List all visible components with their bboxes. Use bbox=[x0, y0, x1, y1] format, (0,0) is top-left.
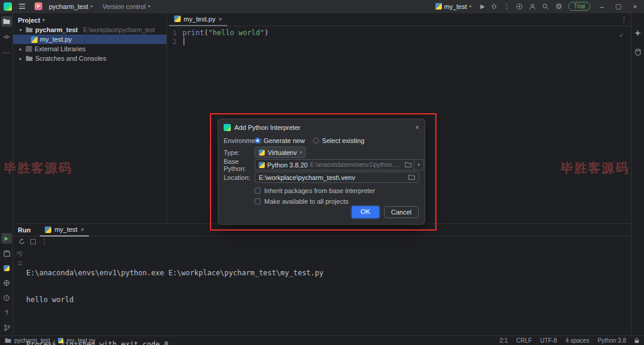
version-control-tool-icon[interactable] bbox=[1, 322, 12, 333]
radio-generate-new[interactable]: Generate new bbox=[255, 137, 313, 144]
code-token-string: "hello world" bbox=[208, 29, 264, 37]
problems-tool-icon[interactable] bbox=[1, 293, 12, 303]
browse-folder-icon[interactable] bbox=[408, 175, 415, 180]
checkbox-unchecked-icon bbox=[255, 188, 261, 194]
console-output[interactable]: E:\anaconda\envs\env1\python.exe E:\work… bbox=[26, 247, 324, 345]
run-tab-my-test[interactable]: my_test × bbox=[40, 224, 89, 237]
chevron-collapsed-icon[interactable]: ▸ bbox=[18, 56, 23, 61]
make-available-checkbox[interactable]: Make available to all projects bbox=[255, 198, 348, 205]
chevron-collapsed-icon[interactable]: ▸ bbox=[18, 46, 23, 52]
inherit-packages-label: Inherit packages from base interpreter bbox=[264, 187, 375, 194]
python-console-icon[interactable] bbox=[1, 263, 12, 273]
line-separator[interactable]: CRLF bbox=[516, 337, 532, 344]
project-widget-label: pycharm_test bbox=[49, 3, 88, 10]
type-label: Type: bbox=[224, 149, 255, 156]
breadcrumb-file[interactable]: my_test.py bbox=[66, 337, 95, 344]
run-tool-icon[interactable]: ▶ bbox=[1, 233, 12, 244]
python-packages-icon[interactable] bbox=[1, 248, 12, 259]
tab-close-icon[interactable]: × bbox=[80, 226, 84, 233]
base-python-version: Python 3.8.20 bbox=[267, 161, 308, 169]
dialog-close-icon[interactable]: × bbox=[415, 123, 419, 132]
location-input[interactable]: E:\workplace\pycharm_test\.venv bbox=[255, 172, 419, 183]
project-widget-button[interactable]: pycharm_test ▾ bbox=[46, 2, 96, 11]
cursor-position[interactable]: 2:1 bbox=[500, 337, 508, 344]
radio-select-existing[interactable]: Select existing bbox=[313, 137, 373, 144]
main-menu-icon[interactable] bbox=[19, 4, 25, 9]
debug-button[interactable] bbox=[491, 3, 497, 10]
tree-item-label: Scratches and Consoles bbox=[35, 55, 106, 62]
close-button[interactable]: × bbox=[630, 1, 640, 12]
minimize-button[interactable]: – bbox=[596, 1, 607, 12]
run-button[interactable]: ▶ bbox=[481, 3, 485, 10]
line-number: 2 bbox=[167, 38, 182, 46]
code-token-paren: ) bbox=[264, 29, 268, 37]
version-control-button[interactable]: Version control ▾ bbox=[100, 2, 153, 11]
database-tool-icon[interactable] bbox=[633, 46, 643, 57]
inherit-packages-checkbox[interactable]: Inherit packages from base interpreter bbox=[255, 187, 375, 194]
settings-gear-icon[interactable]: ⚙ bbox=[555, 2, 562, 11]
right-tool-strip bbox=[631, 13, 644, 335]
tree-item-scratches[interactable]: ▸ Scratches and Consoles bbox=[13, 54, 166, 63]
tree-item-file-selected[interactable]: my_test.py bbox=[13, 35, 166, 44]
location-value: E:\workplace\pycharm_test\.venv bbox=[259, 174, 355, 181]
more-tool-windows-icon[interactable]: ⋯ bbox=[1, 47, 12, 58]
tree-item-external-libraries[interactable]: ▸ External Libraries bbox=[13, 44, 166, 54]
type-row: Type: Virtualenv ▾ bbox=[218, 147, 425, 158]
trial-badge[interactable]: Trial bbox=[568, 2, 590, 11]
rerun-icon[interactable] bbox=[18, 238, 25, 245]
console-line: E:\anaconda\envs\env1\python.exe E:\work… bbox=[26, 269, 324, 278]
cancel-button[interactable]: Cancel bbox=[384, 206, 419, 218]
type-value: Virtualenv bbox=[268, 149, 297, 156]
interpreter-widget[interactable]: Python 3.8 bbox=[597, 337, 626, 344]
run-panel-title: Run bbox=[18, 226, 30, 234]
scroll-to-end-icon[interactable] bbox=[17, 260, 22, 265]
code-line: 1 print("hello world") bbox=[167, 29, 631, 38]
environment-label: Environment: bbox=[224, 137, 255, 144]
pycharm-logo-icon bbox=[4, 2, 12, 11]
breadcrumb-separator: › bbox=[53, 337, 55, 344]
type-dropdown[interactable]: Virtualenv ▾ bbox=[255, 147, 306, 158]
ok-button[interactable]: OK bbox=[352, 206, 379, 218]
combo-arrow-segment[interactable]: ▾ bbox=[414, 159, 420, 170]
tab-close-icon[interactable]: × bbox=[218, 15, 222, 23]
browse-folder-icon[interactable] bbox=[405, 162, 411, 167]
chevron-down-icon: ▾ bbox=[148, 4, 150, 9]
file-encoding[interactable]: UTF-8 bbox=[540, 337, 557, 344]
checkbox-unchecked-icon bbox=[255, 198, 261, 204]
help-icon[interactable]: ? bbox=[1, 307, 12, 318]
screencast-icon[interactable] bbox=[516, 3, 523, 10]
project-tool-icon[interactable] bbox=[1, 16, 12, 27]
commit-tool-icon[interactable] bbox=[1, 32, 12, 42]
stop-icon[interactable] bbox=[30, 239, 36, 244]
tree-item-label: pycharm_test bbox=[35, 26, 78, 33]
ai-assistant-icon[interactable] bbox=[633, 27, 643, 38]
virtualenv-icon bbox=[259, 150, 265, 156]
lock-icon[interactable] bbox=[634, 338, 639, 343]
tree-item-path: E:\workplace\pycharm_test bbox=[83, 27, 155, 33]
code-token-print: print bbox=[182, 29, 204, 37]
inspections-ok-icon[interactable]: ✓ bbox=[620, 31, 624, 40]
run-config-select[interactable]: my_test ▾ bbox=[432, 2, 475, 11]
chevron-down-icon: ▾ bbox=[417, 163, 420, 167]
indent-style[interactable]: 4 spaces bbox=[565, 337, 589, 344]
project-panel-header[interactable]: Project ▾ bbox=[13, 15, 166, 25]
tree-item-root[interactable]: ▾ pycharm_test E:\workplace\pycharm_test bbox=[13, 25, 166, 35]
tab-options-icon[interactable]: ⋮ bbox=[621, 15, 627, 23]
code-text: print("hello world") bbox=[182, 29, 269, 38]
more-actions-icon[interactable]: ⋮ bbox=[503, 2, 510, 10]
code-with-me-icon[interactable] bbox=[529, 3, 536, 10]
python-icon bbox=[259, 162, 265, 168]
more-options-icon[interactable]: ⋮ bbox=[41, 238, 48, 245]
editor-tab-my-test[interactable]: my_test.py × bbox=[169, 13, 227, 26]
soft-wrap-icon[interactable] bbox=[17, 251, 23, 256]
chevron-expanded-icon[interactable]: ▾ bbox=[18, 27, 23, 33]
breadcrumb-project[interactable]: pycharm_test bbox=[14, 337, 50, 344]
services-tool-icon[interactable] bbox=[1, 278, 12, 288]
base-python-combobox[interactable]: Python 3.8.20 E:\anaconda\envs\env1\pyth… bbox=[255, 159, 424, 170]
editor-tab-bar: my_test.py × ⋮ bbox=[167, 13, 631, 26]
make-available-label: Make available to all projects bbox=[264, 198, 348, 205]
search-icon[interactable] bbox=[542, 3, 549, 10]
maximize-button[interactable]: ▢ bbox=[613, 1, 624, 12]
code-area[interactable]: 1 print("hello world") 2 ✓ bbox=[167, 26, 631, 46]
text-caret bbox=[184, 38, 184, 45]
